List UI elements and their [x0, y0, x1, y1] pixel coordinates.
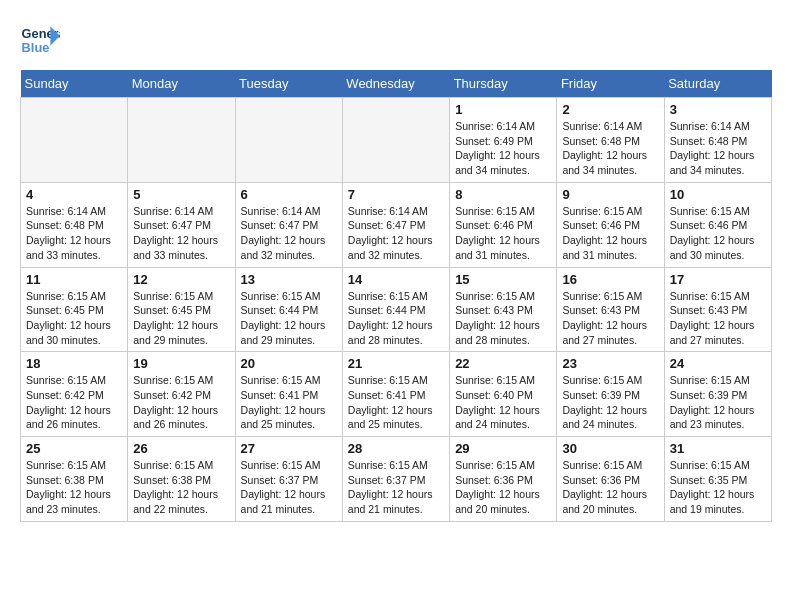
weekday-header-tuesday: Tuesday [235, 70, 342, 98]
calendar-cell: 21Sunrise: 6:15 AM Sunset: 6:41 PM Dayli… [342, 352, 449, 437]
calendar-cell: 28Sunrise: 6:15 AM Sunset: 6:37 PM Dayli… [342, 437, 449, 522]
day-info: Sunrise: 6:15 AM Sunset: 6:37 PM Dayligh… [241, 458, 337, 517]
calendar-cell: 24Sunrise: 6:15 AM Sunset: 6:39 PM Dayli… [664, 352, 771, 437]
day-number: 11 [26, 272, 122, 287]
calendar-week-5: 25Sunrise: 6:15 AM Sunset: 6:38 PM Dayli… [21, 437, 772, 522]
day-info: Sunrise: 6:15 AM Sunset: 6:35 PM Dayligh… [670, 458, 766, 517]
weekday-header-sunday: Sunday [21, 70, 128, 98]
calendar-cell: 27Sunrise: 6:15 AM Sunset: 6:37 PM Dayli… [235, 437, 342, 522]
day-info: Sunrise: 6:14 AM Sunset: 6:47 PM Dayligh… [241, 204, 337, 263]
calendar-cell: 26Sunrise: 6:15 AM Sunset: 6:38 PM Dayli… [128, 437, 235, 522]
calendar-cell: 10Sunrise: 6:15 AM Sunset: 6:46 PM Dayli… [664, 182, 771, 267]
day-info: Sunrise: 6:14 AM Sunset: 6:48 PM Dayligh… [26, 204, 122, 263]
day-number: 10 [670, 187, 766, 202]
weekday-header-saturday: Saturday [664, 70, 771, 98]
day-number: 27 [241, 441, 337, 456]
day-info: Sunrise: 6:15 AM Sunset: 6:37 PM Dayligh… [348, 458, 444, 517]
day-number: 29 [455, 441, 551, 456]
day-info: Sunrise: 6:15 AM Sunset: 6:41 PM Dayligh… [241, 373, 337, 432]
calendar-cell: 6Sunrise: 6:14 AM Sunset: 6:47 PM Daylig… [235, 182, 342, 267]
calendar-cell: 11Sunrise: 6:15 AM Sunset: 6:45 PM Dayli… [21, 267, 128, 352]
day-number: 16 [562, 272, 658, 287]
calendar-cell: 16Sunrise: 6:15 AM Sunset: 6:43 PM Dayli… [557, 267, 664, 352]
day-info: Sunrise: 6:15 AM Sunset: 6:46 PM Dayligh… [562, 204, 658, 263]
calendar-cell: 12Sunrise: 6:15 AM Sunset: 6:45 PM Dayli… [128, 267, 235, 352]
day-info: Sunrise: 6:15 AM Sunset: 6:39 PM Dayligh… [562, 373, 658, 432]
calendar-cell: 17Sunrise: 6:15 AM Sunset: 6:43 PM Dayli… [664, 267, 771, 352]
day-info: Sunrise: 6:15 AM Sunset: 6:44 PM Dayligh… [348, 289, 444, 348]
day-number: 1 [455, 102, 551, 117]
calendar-cell: 30Sunrise: 6:15 AM Sunset: 6:36 PM Dayli… [557, 437, 664, 522]
day-info: Sunrise: 6:14 AM Sunset: 6:48 PM Dayligh… [562, 119, 658, 178]
day-number: 4 [26, 187, 122, 202]
calendar-cell: 5Sunrise: 6:14 AM Sunset: 6:47 PM Daylig… [128, 182, 235, 267]
calendar-cell: 22Sunrise: 6:15 AM Sunset: 6:40 PM Dayli… [450, 352, 557, 437]
day-number: 24 [670, 356, 766, 371]
day-info: Sunrise: 6:15 AM Sunset: 6:40 PM Dayligh… [455, 373, 551, 432]
logo-icon: General Blue [20, 20, 60, 60]
day-number: 20 [241, 356, 337, 371]
day-info: Sunrise: 6:15 AM Sunset: 6:38 PM Dayligh… [133, 458, 229, 517]
day-info: Sunrise: 6:15 AM Sunset: 6:46 PM Dayligh… [455, 204, 551, 263]
day-number: 2 [562, 102, 658, 117]
day-number: 25 [26, 441, 122, 456]
day-number: 19 [133, 356, 229, 371]
calendar-cell: 9Sunrise: 6:15 AM Sunset: 6:46 PM Daylig… [557, 182, 664, 267]
calendar-week-4: 18Sunrise: 6:15 AM Sunset: 6:42 PM Dayli… [21, 352, 772, 437]
calendar-cell: 15Sunrise: 6:15 AM Sunset: 6:43 PM Dayli… [450, 267, 557, 352]
calendar-cell: 1Sunrise: 6:14 AM Sunset: 6:49 PM Daylig… [450, 98, 557, 183]
day-number: 31 [670, 441, 766, 456]
page-header: General Blue [20, 20, 772, 60]
weekday-header-wednesday: Wednesday [342, 70, 449, 98]
calendar-cell [21, 98, 128, 183]
calendar-week-2: 4Sunrise: 6:14 AM Sunset: 6:48 PM Daylig… [21, 182, 772, 267]
calendar-week-3: 11Sunrise: 6:15 AM Sunset: 6:45 PM Dayli… [21, 267, 772, 352]
day-number: 17 [670, 272, 766, 287]
day-info: Sunrise: 6:15 AM Sunset: 6:46 PM Dayligh… [670, 204, 766, 263]
day-number: 3 [670, 102, 766, 117]
calendar-cell: 20Sunrise: 6:15 AM Sunset: 6:41 PM Dayli… [235, 352, 342, 437]
day-info: Sunrise: 6:15 AM Sunset: 6:36 PM Dayligh… [455, 458, 551, 517]
day-info: Sunrise: 6:15 AM Sunset: 6:41 PM Dayligh… [348, 373, 444, 432]
day-number: 7 [348, 187, 444, 202]
day-info: Sunrise: 6:15 AM Sunset: 6:36 PM Dayligh… [562, 458, 658, 517]
day-number: 18 [26, 356, 122, 371]
day-info: Sunrise: 6:15 AM Sunset: 6:43 PM Dayligh… [562, 289, 658, 348]
day-number: 14 [348, 272, 444, 287]
calendar-cell: 3Sunrise: 6:14 AM Sunset: 6:48 PM Daylig… [664, 98, 771, 183]
calendar-cell [128, 98, 235, 183]
day-info: Sunrise: 6:14 AM Sunset: 6:47 PM Dayligh… [133, 204, 229, 263]
day-number: 28 [348, 441, 444, 456]
calendar-cell: 29Sunrise: 6:15 AM Sunset: 6:36 PM Dayli… [450, 437, 557, 522]
calendar-week-1: 1Sunrise: 6:14 AM Sunset: 6:49 PM Daylig… [21, 98, 772, 183]
day-number: 26 [133, 441, 229, 456]
calendar-cell: 2Sunrise: 6:14 AM Sunset: 6:48 PM Daylig… [557, 98, 664, 183]
calendar-cell: 18Sunrise: 6:15 AM Sunset: 6:42 PM Dayli… [21, 352, 128, 437]
day-number: 15 [455, 272, 551, 287]
logo: General Blue [20, 20, 64, 60]
weekday-header-thursday: Thursday [450, 70, 557, 98]
day-info: Sunrise: 6:15 AM Sunset: 6:42 PM Dayligh… [26, 373, 122, 432]
day-number: 12 [133, 272, 229, 287]
calendar-cell [235, 98, 342, 183]
day-info: Sunrise: 6:14 AM Sunset: 6:47 PM Dayligh… [348, 204, 444, 263]
day-number: 5 [133, 187, 229, 202]
day-number: 8 [455, 187, 551, 202]
day-info: Sunrise: 6:15 AM Sunset: 6:45 PM Dayligh… [133, 289, 229, 348]
calendar-cell: 8Sunrise: 6:15 AM Sunset: 6:46 PM Daylig… [450, 182, 557, 267]
day-number: 21 [348, 356, 444, 371]
day-number: 22 [455, 356, 551, 371]
day-info: Sunrise: 6:15 AM Sunset: 6:38 PM Dayligh… [26, 458, 122, 517]
weekday-header-monday: Monday [128, 70, 235, 98]
svg-text:Blue: Blue [22, 40, 50, 55]
calendar-cell: 13Sunrise: 6:15 AM Sunset: 6:44 PM Dayli… [235, 267, 342, 352]
day-number: 30 [562, 441, 658, 456]
day-info: Sunrise: 6:14 AM Sunset: 6:48 PM Dayligh… [670, 119, 766, 178]
day-info: Sunrise: 6:15 AM Sunset: 6:44 PM Dayligh… [241, 289, 337, 348]
calendar-cell: 19Sunrise: 6:15 AM Sunset: 6:42 PM Dayli… [128, 352, 235, 437]
day-number: 23 [562, 356, 658, 371]
calendar-cell: 14Sunrise: 6:15 AM Sunset: 6:44 PM Dayli… [342, 267, 449, 352]
day-info: Sunrise: 6:15 AM Sunset: 6:43 PM Dayligh… [670, 289, 766, 348]
calendar-cell: 25Sunrise: 6:15 AM Sunset: 6:38 PM Dayli… [21, 437, 128, 522]
calendar-cell: 31Sunrise: 6:15 AM Sunset: 6:35 PM Dayli… [664, 437, 771, 522]
